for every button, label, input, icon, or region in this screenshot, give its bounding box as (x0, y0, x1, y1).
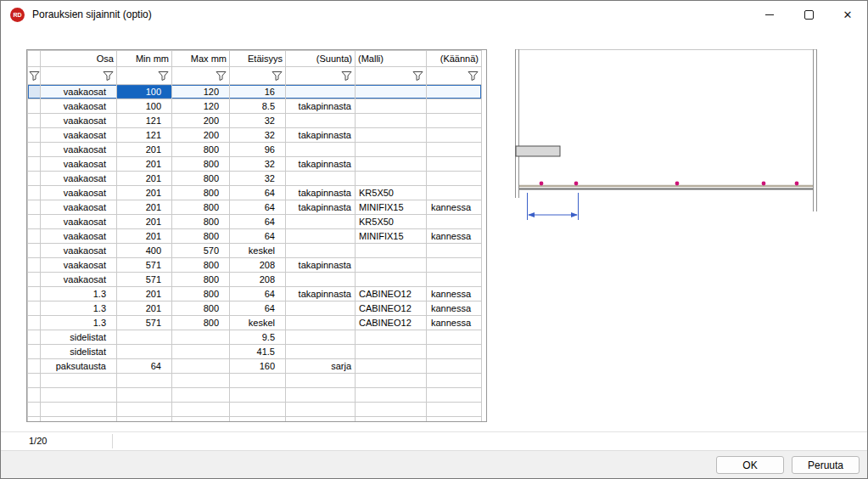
filter-cell-min-mm[interactable] (117, 67, 172, 85)
cell-min[interactable]: 201 (117, 200, 172, 215)
cell-suunta[interactable] (286, 374, 356, 388)
cell-osa[interactable]: vaakaosat (41, 229, 117, 244)
cell-etaisyys[interactable]: 64 (230, 229, 286, 244)
cell-kaanna[interactable] (427, 186, 482, 200)
row-selector-cell[interactable] (28, 186, 41, 200)
cell-etaisyys[interactable]: keskel (230, 316, 286, 330)
cell-kaanna[interactable] (427, 114, 482, 128)
cell-suunta[interactable]: takapinnasta (286, 200, 356, 215)
cell-max[interactable]: 120 (172, 85, 230, 99)
row-selector-cell[interactable] (28, 229, 41, 244)
cell-max[interactable]: 800 (172, 258, 230, 273)
cell-kaanna[interactable] (427, 417, 482, 423)
row-selector-cell[interactable] (28, 287, 41, 301)
cell-kaanna[interactable]: kannessa (427, 200, 482, 215)
cell-osa[interactable]: vaakaosat (41, 215, 117, 229)
cell-max[interactable]: 200 (172, 128, 230, 143)
cell-min[interactable]: 571 (117, 316, 172, 330)
table-row[interactable]: vaakaosat20180032takapinnasta (28, 157, 482, 172)
cell-malli[interactable] (356, 359, 427, 374)
minimize-button[interactable] (750, 1, 789, 28)
filter-cell-etaisyys[interactable] (230, 67, 286, 85)
cell-malli[interactable] (356, 258, 427, 273)
column-header-suunta[interactable]: (Suunta) (286, 51, 356, 67)
table-row[interactable]: 1.320180064CABINEO12kannessa (28, 301, 482, 316)
cell-etaisyys[interactable]: 8.5 (230, 99, 286, 114)
cell-osa[interactable]: paksutausta (41, 359, 117, 374)
cell-kaanna[interactable]: kannessa (427, 301, 482, 316)
cell-suunta[interactable] (286, 403, 356, 417)
row-selector-cell[interactable] (28, 99, 41, 114)
cell-malli[interactable]: CABINEO12 (356, 301, 427, 316)
table-row[interactable]: vaakaosat571800208 (28, 273, 482, 287)
cell-suunta[interactable] (286, 330, 356, 345)
cell-max[interactable]: 800 (172, 172, 230, 186)
row-selector-cell[interactable] (28, 215, 41, 229)
cell-kaanna[interactable] (427, 359, 482, 374)
row-selector-cell[interactable] (28, 330, 41, 345)
cell-etaisyys[interactable]: 64 (230, 200, 286, 215)
cell-osa[interactable] (41, 417, 117, 423)
table-row[interactable]: vaakaosat10012016 (28, 85, 482, 99)
row-selector-cell[interactable] (28, 258, 41, 273)
filter-cell-osa[interactable] (41, 67, 117, 85)
table-row[interactable]: vaakaosat20180064KR5X50 (28, 215, 482, 229)
table-row[interactable]: vaakaosat12120032 (28, 114, 482, 128)
cell-kaanna[interactable] (427, 99, 482, 114)
table-row-empty[interactable] (28, 374, 482, 388)
cell-etaisyys[interactable]: 208 (230, 273, 286, 287)
cell-malli[interactable] (356, 417, 427, 423)
cell-suunta[interactable]: takapinnasta (286, 287, 356, 301)
table-row[interactable]: 1.320180064takapinnastaCABINEO12kannessa (28, 287, 482, 301)
cell-suunta[interactable] (286, 215, 356, 229)
row-selector-cell[interactable] (28, 374, 41, 388)
cell-osa[interactable]: vaakaosat (41, 258, 117, 273)
table-row[interactable]: vaakaosat20180064MINIFIX15kannessa (28, 229, 482, 244)
cell-suunta[interactable] (286, 388, 356, 403)
cell-osa[interactable]: vaakaosat (41, 172, 117, 186)
cell-min[interactable] (117, 388, 172, 403)
cancel-button[interactable]: Peruuta (792, 456, 860, 474)
cell-osa[interactable] (41, 388, 117, 403)
cell-kaanna[interactable] (427, 85, 482, 99)
cell-malli[interactable]: MINIFIX15 (356, 200, 427, 215)
cell-osa[interactable]: vaakaosat (41, 244, 117, 258)
cell-malli[interactable]: KR5X50 (356, 215, 427, 229)
row-selector-cell[interactable] (28, 388, 41, 403)
row-selector-cell[interactable] (28, 114, 41, 128)
cell-max[interactable]: 120 (172, 99, 230, 114)
cell-etaisyys[interactable]: 64 (230, 301, 286, 316)
maximize-button[interactable] (789, 1, 828, 28)
cell-kaanna[interactable] (427, 374, 482, 388)
table-row[interactable]: vaakaosat1001208.5takapinnasta (28, 99, 482, 114)
cell-kaanna[interactable]: kannessa (427, 316, 482, 330)
cell-min[interactable]: 201 (117, 215, 172, 229)
cell-min[interactable]: 64 (117, 359, 172, 374)
row-selector-cell[interactable] (28, 417, 41, 423)
cell-etaisyys[interactable] (230, 388, 286, 403)
column-header-kaanna[interactable]: (Käännä) (427, 51, 482, 67)
filter-cell-malli[interactable] (356, 67, 427, 85)
row-selector-cell[interactable] (28, 157, 41, 172)
row-selector-cell[interactable] (28, 359, 41, 374)
cell-etaisyys[interactable]: 32 (230, 172, 286, 186)
cell-osa[interactable] (41, 374, 117, 388)
row-selector-cell[interactable] (28, 172, 41, 186)
column-header-osa[interactable]: Osa (41, 51, 117, 67)
cell-max[interactable] (172, 417, 230, 423)
cell-kaanna[interactable] (427, 172, 482, 186)
cell-kaanna[interactable] (427, 143, 482, 157)
cell-suunta[interactable] (286, 244, 356, 258)
cell-suunta[interactable]: sarja (286, 359, 356, 374)
row-selector-cell[interactable] (28, 345, 41, 359)
table-row[interactable]: vaakaosat400570keskel (28, 244, 482, 258)
cell-malli[interactable] (356, 388, 427, 403)
table-row[interactable]: vaakaosat20180064takapinnastaKR5X50 (28, 186, 482, 200)
table-row-empty[interactable] (28, 388, 482, 403)
cell-osa[interactable]: vaakaosat (41, 157, 117, 172)
cell-suunta[interactable]: takapinnasta (286, 186, 356, 200)
cell-malli[interactable] (356, 143, 427, 157)
row-selector-cell[interactable] (28, 143, 41, 157)
table-row-empty[interactable] (28, 417, 482, 423)
row-selector-cell[interactable] (28, 301, 41, 316)
